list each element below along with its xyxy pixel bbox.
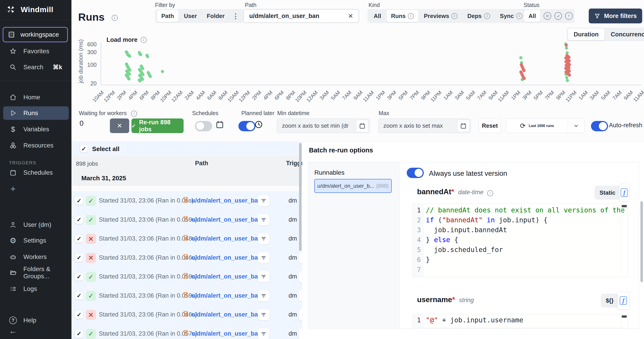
row-filter-button[interactable] xyxy=(258,233,270,244)
job-dot-success[interactable] xyxy=(566,79,569,82)
sidebar-item-folders[interactable]: Folders & Groups... xyxy=(3,266,69,279)
row-checkbox[interactable]: ✓ xyxy=(75,273,83,281)
sidebar-item-home[interactable]: Home xyxy=(3,91,69,104)
schedules-toggle[interactable] xyxy=(195,121,212,131)
table-row[interactable]: ✓✓Started 31/03, 23:06 (Ran in 0.059s)u/… xyxy=(72,286,302,305)
job-dot-failure[interactable] xyxy=(565,44,568,47)
row-path-link[interactable]: u/dm/alert_on_user_ban xyxy=(192,254,262,261)
max-datetime-input[interactable]: zoom x axis to set max xyxy=(378,119,471,133)
row-overflow-button[interactable] xyxy=(299,271,302,282)
last-runs-dropdown-button[interactable] xyxy=(568,119,584,133)
mode-label[interactable]: ${} xyxy=(606,297,614,304)
status-failure-icon[interactable] xyxy=(565,12,573,20)
status-all[interactable]: All xyxy=(524,10,540,22)
kind-previews[interactable]: Previewsi xyxy=(419,10,462,22)
planned-later-toggle[interactable] xyxy=(238,121,256,131)
status-success-icon[interactable] xyxy=(554,12,562,20)
filter-by-path[interactable]: Path xyxy=(157,10,178,22)
row-checkbox[interactable]: ✓ xyxy=(75,235,83,243)
row-filter-button[interactable] xyxy=(258,252,270,263)
table-row[interactable]: ✓✓Started 31/03, 23:06 (Ran in 0.059s)u/… xyxy=(72,267,302,286)
row-checkbox[interactable]: ✓ xyxy=(75,254,83,262)
job-dot-success[interactable] xyxy=(161,70,164,73)
job-dot-success[interactable] xyxy=(565,76,568,79)
sidebar-item-settings[interactable]: ⚙ Settings xyxy=(3,234,69,247)
workspace-selector[interactable]: workingspace xyxy=(3,27,68,42)
table-row[interactable]: ✓✕Started 31/03, 23:06 (Ran in 0.048s)u/… xyxy=(72,229,302,248)
job-dot-failure[interactable] xyxy=(568,74,571,77)
clock-icon[interactable] xyxy=(254,120,263,130)
sidebar-item-favorites[interactable]: Favorites xyxy=(3,45,69,58)
table-row[interactable]: ✓✓Started 31/03, 23:06 (Ran in 0.057s)u/… xyxy=(72,324,302,339)
job-dot-success[interactable] xyxy=(149,75,152,78)
filter-by-folder[interactable]: Folder xyxy=(202,10,229,22)
row-overflow-button[interactable] xyxy=(299,309,302,320)
row-path-link[interactable]: u/dm/alert_on_user_ban xyxy=(192,197,262,204)
sidebar-item-variables[interactable]: $ Variables xyxy=(3,123,69,136)
kind-all[interactable]: All xyxy=(369,10,386,22)
row-overflow-button[interactable] xyxy=(299,328,302,339)
mode-label[interactable]: Static xyxy=(600,189,616,196)
max-calendar-button[interactable] xyxy=(457,120,470,132)
row-filter-button[interactable] xyxy=(258,328,270,339)
cancel-selection-button[interactable]: ✕ xyxy=(110,119,129,133)
sidebar-item-schedules[interactable]: Schedules xyxy=(3,166,69,179)
job-dot-success[interactable] xyxy=(519,56,522,59)
path-input[interactable]: u/dm/alert_on_user_ban ✕ xyxy=(243,9,359,23)
last-runs-refresh-button[interactable]: ⟳ Last 1000 runs xyxy=(506,119,568,133)
row-checkbox[interactable]: ✓ xyxy=(75,197,83,205)
table-row[interactable]: ✓✕Started 31/03, 23:06 (Ran in 0.046s)u/… xyxy=(72,248,302,267)
select-all-checkbox[interactable]: ✓ xyxy=(80,145,88,153)
username-code-editor[interactable]: 1"@" + job.input.username xyxy=(412,314,628,328)
sidebar-item-workers[interactable]: Workers xyxy=(3,250,69,264)
row-path-link[interactable]: u/dm/alert_on_user_ban xyxy=(192,311,262,318)
job-dot-success[interactable] xyxy=(128,55,131,58)
row-filter-button[interactable] xyxy=(258,214,270,225)
kind-sync[interactable]: Synci xyxy=(496,10,527,22)
row-overflow-button[interactable] xyxy=(299,252,302,263)
table-row[interactable]: ✓✓Started 31/03, 23:06 (Ran in 0.059s)u/… xyxy=(72,210,302,229)
row-filter-button[interactable] xyxy=(258,290,270,301)
job-dot-success[interactable] xyxy=(138,79,142,83)
sidebar-add-item[interactable]: + xyxy=(3,182,69,196)
runs-info-icon[interactable]: i xyxy=(112,15,118,21)
job-dot-success[interactable] xyxy=(565,47,568,50)
row-overflow-button[interactable] xyxy=(299,290,302,301)
more-filters-button[interactable]: More filters xyxy=(589,9,642,23)
row-filter-button[interactable] xyxy=(258,309,270,320)
job-dot-success[interactable] xyxy=(139,53,142,56)
job-dot-success[interactable] xyxy=(146,55,149,58)
status-running-icon[interactable] xyxy=(544,12,551,20)
kind-runs[interactable]: Runsi xyxy=(386,10,418,22)
row-checkbox[interactable]: ✓ xyxy=(75,216,83,224)
filter-by-more-menu[interactable]: ⋮ xyxy=(230,10,241,22)
runnable-item[interactable]: u/dm/alert_on_user_b... (898) xyxy=(314,179,392,193)
schedules-calendar-icon[interactable] xyxy=(215,120,224,130)
panel-scrollbar[interactable] xyxy=(640,201,643,282)
row-checkbox[interactable]: ✓ xyxy=(75,311,83,319)
rerun-jobs-button[interactable]: ✓Re-run 898 jobs xyxy=(132,119,184,133)
table-row[interactable]: ✓✓Started 31/03, 23:06 (Ran in 0.06s)u/d… xyxy=(72,191,302,210)
sidebar-collapse-button[interactable]: ← xyxy=(3,325,69,336)
job-dot-success[interactable] xyxy=(128,77,130,81)
row-checkbox[interactable]: ✓ xyxy=(75,330,83,338)
clear-path-icon[interactable]: ✕ xyxy=(348,12,353,20)
scatter-plot[interactable] xyxy=(101,43,642,85)
row-path-link[interactable]: u/dm/alert_on_user_ban xyxy=(192,292,262,299)
sidebar-item-help[interactable]: ? Help xyxy=(3,313,69,327)
row-path-link[interactable]: u/dm/alert_on_user_ban xyxy=(192,273,262,280)
table-row[interactable]: ✓✕Started 31/03, 23:06 (Ran in 0.046s)u/… xyxy=(72,305,302,324)
javascript-editor-button[interactable]: f xyxy=(619,184,630,202)
row-filter-button[interactable] xyxy=(258,271,270,282)
tab-concurrency[interactable]: Concurrency xyxy=(605,29,644,40)
job-dot-failure[interactable] xyxy=(522,69,526,72)
min-datetime-input[interactable]: zoom x axis to set min (dr xyxy=(277,119,370,133)
reset-button[interactable]: Reset xyxy=(478,119,501,133)
sidebar-item-search[interactable]: Search ⌘k xyxy=(3,61,69,74)
row-path-link[interactable]: u/dm/alert_on_user_ban xyxy=(192,216,262,223)
sidebar-logo[interactable]: Windmill xyxy=(6,5,53,15)
kind-deps[interactable]: Depsi xyxy=(463,10,494,22)
job-dot-failure[interactable] xyxy=(523,77,526,80)
row-checkbox[interactable]: ✓ xyxy=(75,292,83,300)
row-path-link[interactable]: u/dm/alert_on_user_ban xyxy=(192,330,262,337)
